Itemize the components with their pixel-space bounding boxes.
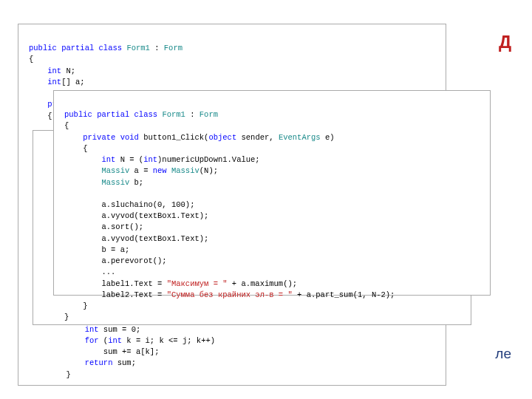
code-line: a.sluchaino(0, 100); (101, 200, 194, 209)
code: + a.part_sum(1, N-2); (293, 290, 395, 299)
type: Form1 (126, 44, 150, 52)
code: k = i; k <= j; k++) (122, 336, 215, 345)
kw: class (134, 110, 158, 119)
code-line: a.sort(); (101, 222, 143, 231)
code-line: a.vyvod(textBox1.Text); (101, 211, 208, 220)
code-line: } (83, 301, 87, 310)
type: Form1 (162, 110, 185, 119)
kw: object (208, 133, 236, 142)
kw: private (83, 133, 115, 142)
kw: int (143, 155, 157, 164)
code-line: } (64, 313, 69, 321)
type: EventArgs (279, 133, 321, 142)
code: label2.Text = (101, 290, 166, 299)
code-line: { (29, 55, 33, 64)
kw: int (47, 78, 61, 86)
code: (N); (200, 166, 218, 175)
kw: int (101, 155, 115, 164)
kw: int (108, 336, 122, 345)
code: ( (99, 336, 109, 345)
code: e) (321, 133, 335, 142)
code: + a.maximum(); (228, 279, 298, 288)
slide-title-fragment: Д (499, 30, 511, 55)
kw: partial (97, 110, 129, 119)
kw: return (85, 358, 113, 367)
code-line: a.vyvod(textBox1.Text); (101, 234, 208, 243)
code: sum; (112, 358, 136, 367)
type: Form (164, 44, 183, 52)
kw: partial (61, 44, 94, 52)
code: )numericUpDown1.Value; (157, 155, 260, 164)
code-line: } (66, 370, 70, 379)
kw: for (85, 336, 99, 345)
code-line: a.perevorot(); (101, 256, 166, 265)
code-line: { (64, 121, 69, 130)
type: Massiv (171, 166, 200, 175)
type: Form (200, 110, 218, 119)
code: sender, (236, 133, 279, 142)
kw: public (29, 44, 57, 52)
type: Massiv (101, 166, 129, 175)
kw: void (120, 133, 139, 142)
kw: int (47, 66, 61, 75)
code-line: sum += a[k]; (103, 347, 160, 356)
code: b; (129, 178, 143, 187)
code-box-front: public partial class Form1 : Form { priv… (53, 90, 491, 296)
kw: new (153, 166, 167, 175)
code-line: { (47, 112, 52, 120)
code: [] a; (61, 78, 85, 86)
code-line: b = a; (101, 245, 129, 254)
code-line: ... (101, 267, 115, 276)
kw: public (64, 110, 92, 119)
kw: class (99, 44, 123, 52)
string: "Сумма без крайних эл-в = " (167, 290, 293, 299)
slide-text-fragment: ле (495, 344, 511, 364)
code: a = (129, 166, 153, 175)
type: Massiv (101, 178, 129, 187)
code-line: { (83, 144, 87, 153)
code: N = ( (115, 155, 143, 164)
kw: int (85, 325, 99, 334)
code: sum = 0; (99, 325, 141, 334)
code: label1.Text = (101, 279, 166, 288)
code: N; (61, 66, 75, 75)
string: "Максимум = " (167, 279, 228, 288)
code: button1_Click( (139, 133, 209, 142)
